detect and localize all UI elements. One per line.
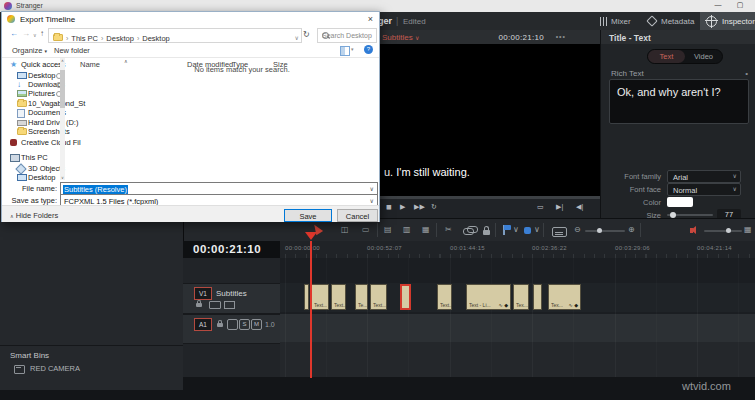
loop-button[interactable]: ↻ xyxy=(431,203,437,211)
play-button[interactable]: ▶ xyxy=(400,203,405,211)
playhead[interactable] xyxy=(310,241,312,378)
help-icon[interactable]: ? xyxy=(364,45,373,54)
track-badge-a1[interactable]: A1 xyxy=(194,318,212,331)
new-folder-button[interactable]: New folder xyxy=(54,46,90,55)
captions-icon[interactable] xyxy=(209,301,221,309)
cancel-button[interactable]: Cancel xyxy=(337,209,378,222)
tab-video[interactable]: Video xyxy=(685,50,722,63)
forward-button[interactable]: → xyxy=(22,29,30,38)
color-swatch[interactable] xyxy=(667,197,693,207)
playhead-marker[interactable] xyxy=(305,232,317,240)
subtitle-clip[interactable]: Text... xyxy=(370,284,387,310)
search-input[interactable]: Search Desktop xyxy=(317,28,377,43)
lock-icon[interactable] xyxy=(196,303,202,307)
viewer-source-selector[interactable]: Subtitles ∨ xyxy=(382,33,419,42)
font-family-select[interactable]: Arial ∨ xyxy=(667,170,741,183)
subtitle-clip[interactable]: Te... xyxy=(355,284,368,310)
chevron-down-icon[interactable]: ∨ xyxy=(295,32,299,45)
minimize-button[interactable]: — xyxy=(709,1,727,8)
solo-button[interactable]: S xyxy=(239,319,250,330)
keyframe-icon: ∿ ◆ xyxy=(569,302,578,308)
column-header-name[interactable]: Name xyxy=(80,60,100,69)
loop-range-button[interactable]: ▭ xyxy=(537,203,544,211)
zoom-out-icon[interactable]: ⊖ xyxy=(574,225,581,234)
overwrite-clip-icon[interactable]: ▥ xyxy=(403,225,411,234)
font-face-select[interactable]: Normal ∨ xyxy=(667,183,741,196)
subtitle-clip[interactable]: Text... xyxy=(331,284,346,310)
size-slider[interactable] xyxy=(667,214,713,216)
refresh-icon[interactable]: ↻ xyxy=(303,30,310,39)
up-button[interactable]: ↑ xyxy=(40,29,44,38)
subtitle-clip[interactable] xyxy=(400,284,411,310)
breadcrumb-item[interactable]: Desktop xyxy=(142,34,170,43)
rich-text-input[interactable]: Ok, and why aren't I? xyxy=(609,79,749,124)
ruler-label: 00:00:00:00 xyxy=(285,245,320,251)
scrollbar-thumb[interactable] xyxy=(60,70,65,108)
subtitle-clip[interactable]: Text... xyxy=(311,284,329,310)
divider xyxy=(2,57,379,58)
next-frame-button[interactable]: ◀| xyxy=(576,203,583,211)
subtitle-clip[interactable] xyxy=(533,284,542,310)
track-badge-v1[interactable]: V1 xyxy=(194,287,212,300)
zoom-slider[interactable] xyxy=(585,230,625,232)
breadcrumb-item[interactable]: This PC xyxy=(71,34,98,43)
mixer-button[interactable]: Mixer xyxy=(600,12,631,30)
breadcrumb-item[interactable]: Desktop xyxy=(106,34,134,43)
close-icon[interactable]: × xyxy=(368,14,373,24)
export-timeline-dialog: Export Timeline × ← → ∨ ↑ ›This PC›Deskt… xyxy=(1,11,380,222)
subtitle-clip[interactable]: Tex... xyxy=(513,284,529,310)
chevron-down-icon[interactable]: ▾ xyxy=(351,46,354,52)
address-bar[interactable]: ›This PC›Desktop›Desktop∨ xyxy=(48,28,302,43)
subtitle-clip[interactable]: Text... xyxy=(437,284,452,310)
mute-button[interactable]: M xyxy=(251,319,262,330)
track-header-a1[interactable]: A1 S M 1.0 xyxy=(183,314,280,344)
replace-clip-icon[interactable]: ▦ xyxy=(422,225,430,234)
metadata-button[interactable]: Metadata xyxy=(648,12,694,30)
volume-slider-handle[interactable] xyxy=(726,228,731,233)
previous-frame-button[interactable]: ▶| xyxy=(556,203,563,211)
monitor-icon xyxy=(17,72,27,79)
save-button[interactable]: Save xyxy=(284,209,332,222)
lock-icon[interactable] xyxy=(483,230,490,235)
sort-icon[interactable]: ∧ xyxy=(124,58,128,64)
subtitle-clip[interactable]: Tex...∿ ◆ xyxy=(548,284,581,310)
hide-folders-button[interactable]: ∧ Hide Folders xyxy=(10,211,58,220)
viewer-options-icon[interactable]: ••• xyxy=(556,33,566,40)
stop-button[interactable]: ◼ xyxy=(386,203,392,211)
lock-icon[interactable] xyxy=(217,323,223,327)
link-icon[interactable] xyxy=(463,228,474,235)
track-lane-a1[interactable] xyxy=(280,314,755,342)
organize-button[interactable]: Organize ▾ xyxy=(12,46,47,55)
timeline-ruler[interactable]: 00:00:00:0000:00:52:0700:01:44:1500:02:3… xyxy=(280,241,755,259)
sidebar-scrollbar[interactable]: ∧ ∨ xyxy=(60,58,65,180)
marker-caret-icon[interactable]: ∨ xyxy=(534,225,540,234)
zoom-slider-handle[interactable] xyxy=(597,228,602,233)
back-button[interactable]: ← xyxy=(10,29,18,38)
monitor-icon[interactable] xyxy=(224,301,235,309)
trim-edit-mode-icon[interactable]: ◫ xyxy=(341,225,349,234)
zoom-in-icon[interactable]: ⊕ xyxy=(628,225,635,234)
view-options-icon[interactable] xyxy=(340,46,350,56)
subtitle-clip[interactable] xyxy=(304,284,309,310)
maximize-button[interactable]: ▢ xyxy=(731,1,749,9)
speaker-icon[interactable] xyxy=(227,319,238,330)
tab-text[interactable]: Text xyxy=(648,50,685,63)
razor-icon[interactable]: ✂ xyxy=(445,225,452,234)
dynamic-trim-icon[interactable]: ▭ xyxy=(362,225,370,234)
marker-icon[interactable] xyxy=(524,227,531,234)
track-header-v1[interactable]: V1 Subtitles xyxy=(183,283,280,314)
flag-caret-icon[interactable]: ∨ xyxy=(513,225,519,234)
next-clip-button[interactable]: ▶▶ xyxy=(414,203,425,211)
recent-locations-button[interactable]: ∨ xyxy=(33,32,37,38)
reset-dot-icon[interactable]: • xyxy=(745,69,748,78)
folder-icon xyxy=(53,34,63,41)
mute-icon[interactable] xyxy=(690,228,693,233)
timeline-options-icon[interactable]: ▦ xyxy=(744,225,752,234)
subtitle-clip[interactable]: Text - Li...∿ ◆ xyxy=(466,284,511,310)
volume-slider[interactable] xyxy=(704,230,742,232)
insert-clip-icon[interactable]: ▤ xyxy=(384,225,392,234)
flag-icon[interactable] xyxy=(503,225,505,235)
document-icon xyxy=(17,109,25,118)
captions-icon[interactable] xyxy=(552,227,567,237)
inspector-button[interactable]: Inspector xyxy=(700,12,755,30)
